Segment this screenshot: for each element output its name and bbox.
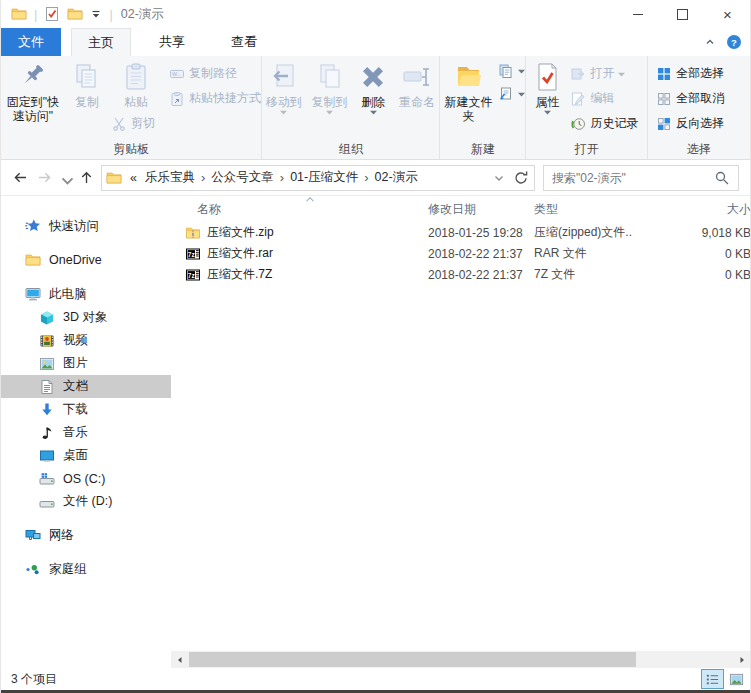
sidebar-item[interactable]: 视频 [1, 329, 171, 352]
scroll-right-button[interactable] [733, 651, 750, 668]
breadcrumb-item[interactable]: 01-压缩文件 [284, 169, 364, 186]
new-folder-qat-icon[interactable] [67, 6, 83, 22]
history-button[interactable]: 历史记录 [568, 111, 638, 136]
new-folder-button[interactable]: 新建文件夹 [440, 59, 496, 123]
sidebar-item[interactable]: 音乐 [1, 421, 171, 444]
copy-button[interactable]: 复制 [65, 59, 109, 109]
file-rows: 压缩文件.zip2018-01-25 19:28压缩(zipped)文件...9… [171, 222, 750, 285]
sidebar-item[interactable]: OS (C:) [1, 467, 171, 490]
file-type: 7Z 文件 [524, 266, 632, 283]
network-icon [25, 527, 41, 543]
scroll-left-button[interactable] [171, 651, 188, 668]
edit-icon [570, 91, 586, 107]
sidebar-item[interactable]: 文件 (D:) [1, 490, 171, 513]
sidebar-item-label: 视频 [63, 332, 88, 349]
sidebar-item[interactable]: 网络 [1, 523, 171, 547]
tab-view[interactable]: 查看 [215, 28, 273, 56]
address-box[interactable]: « 乐乐宝典›公众号文章›01-压缩文件›02-演示 [101, 165, 535, 191]
ribbon: 固定到"快速访问" 复制 粘贴 剪切 [1, 56, 750, 160]
close-button[interactable]: × [705, 0, 750, 28]
sidebar-item[interactable]: 快速访问 [1, 214, 171, 238]
thumbnail-view-button[interactable] [725, 669, 748, 689]
sidebar-item-label: OneDrive [49, 253, 102, 267]
paste-button[interactable]: 粘贴 [109, 59, 163, 109]
sidebar-item[interactable]: 3D 对象 [1, 306, 171, 329]
scrollbar-track[interactable] [188, 651, 733, 668]
customize-toolbar-dropdown-icon[interactable] [90, 8, 102, 20]
properties-button[interactable]: 属性 [526, 59, 568, 115]
invert-selection-button[interactable]: 反向选择 [654, 111, 724, 136]
sidebar-item[interactable]: 下载 [1, 398, 171, 421]
7z-file-icon: 7z [185, 246, 201, 262]
table-row[interactable]: 7z压缩文件.7Z2018-02-22 21:377Z 文件0 KB [179, 264, 750, 285]
sidebar-item[interactable]: 家庭组 [1, 557, 171, 581]
open-button[interactable]: 打开 [568, 61, 638, 86]
pin-to-quick-access-button[interactable]: 固定到"快速访问" [1, 59, 65, 123]
column-header-name[interactable]: 名称 [179, 201, 421, 218]
tab-home[interactable]: 主页 [71, 28, 131, 56]
maximize-button[interactable] [660, 0, 705, 28]
easy-access-button[interactable] [496, 86, 525, 102]
select-none-icon [656, 91, 672, 107]
documents-icon [39, 379, 55, 395]
copy-to-button[interactable]: 复制到 [307, 59, 352, 115]
zip-file-icon [185, 225, 201, 241]
breadcrumb-overflow-chevron[interactable]: « [122, 171, 139, 185]
new-folder-icon [452, 61, 484, 93]
address-dropdown-icon[interactable] [493, 172, 505, 184]
properties-check-icon[interactable] [44, 6, 60, 22]
history-icon [570, 116, 586, 132]
breadcrumb: « 乐乐宝典›公众号文章›01-压缩文件›02-演示 [122, 169, 493, 186]
paste-icon [120, 61, 152, 93]
sidebar-item[interactable]: OneDrive [1, 248, 171, 272]
table-row[interactable]: 7z压缩文件.rar2018-02-22 21:37RAR 文件0 KB [179, 243, 750, 264]
sidebar-item[interactable]: 此电脑 [1, 282, 171, 306]
help-icon[interactable]: ? [726, 34, 742, 50]
search-icon[interactable] [714, 170, 730, 186]
ribbon-group-clipboard: 固定到"快速访问" 复制 粘贴 剪切 [1, 56, 262, 159]
close-icon: × [723, 7, 732, 22]
delete-button[interactable]: 删除 [354, 59, 393, 115]
column-header-type[interactable]: 类型 [524, 201, 632, 218]
cut-button[interactable]: 剪切 [109, 111, 163, 136]
new-item-button[interactable] [496, 63, 525, 79]
scrollbar-thumb[interactable] [189, 652, 636, 667]
cut-icon [111, 116, 127, 132]
back-button[interactable] [9, 166, 31, 190]
breadcrumb-item[interactable]: 乐乐宝典 [139, 169, 201, 186]
column-header-size[interactable]: 大小 [632, 201, 750, 218]
horizontal-scrollbar[interactable] [171, 651, 750, 668]
navigation-pane: 快速访问OneDrive此电脑3D 对象视频图片文档下载音乐桌面OS (C:)文… [1, 196, 171, 668]
recent-locations-button[interactable] [57, 166, 73, 190]
up-icon [78, 169, 95, 186]
tab-file[interactable]: 文件 [1, 28, 61, 56]
table-row[interactable]: 压缩文件.zip2018-01-25 19:28压缩(zipped)文件...9… [179, 222, 750, 243]
sidebar-item-label: 家庭组 [49, 561, 87, 578]
refresh-icon[interactable] [513, 170, 529, 186]
move-to-button[interactable]: 移动到 [262, 59, 305, 115]
search-box [543, 165, 739, 191]
paste-shortcut-button[interactable]: 粘贴快捷方式 [167, 86, 261, 111]
column-header-date[interactable]: 修改日期 [421, 201, 524, 218]
breadcrumb-item[interactable]: 公众号文章 [205, 169, 280, 186]
sidebar-item[interactable]: 桌面 [1, 444, 171, 467]
sidebar-item[interactable]: 文档 [1, 375, 171, 398]
details-view-button[interactable] [701, 669, 724, 689]
select-none-button[interactable]: 全部取消 [654, 86, 724, 111]
minimize-button[interactable] [615, 0, 660, 28]
breadcrumb-item[interactable]: 02-演示 [369, 169, 424, 186]
search-input[interactable] [544, 171, 714, 185]
sidebar-item[interactable]: 图片 [1, 352, 171, 375]
properties-icon [531, 61, 563, 93]
collapse-ribbon-icon[interactable] [704, 36, 716, 48]
edit-button[interactable]: 编辑 [568, 86, 638, 111]
up-button[interactable] [75, 166, 97, 190]
thumbnail-view-icon [729, 672, 744, 687]
copy-to-icon [314, 61, 346, 93]
select-all-button[interactable]: 全部选择 [654, 61, 724, 86]
downloads-icon [39, 402, 55, 418]
copy-path-button[interactable]: W... 复制路径 [167, 61, 261, 86]
forward-button[interactable] [33, 166, 55, 190]
tab-share[interactable]: 共享 [143, 28, 201, 56]
rename-button[interactable]: 重命名 [395, 59, 440, 109]
